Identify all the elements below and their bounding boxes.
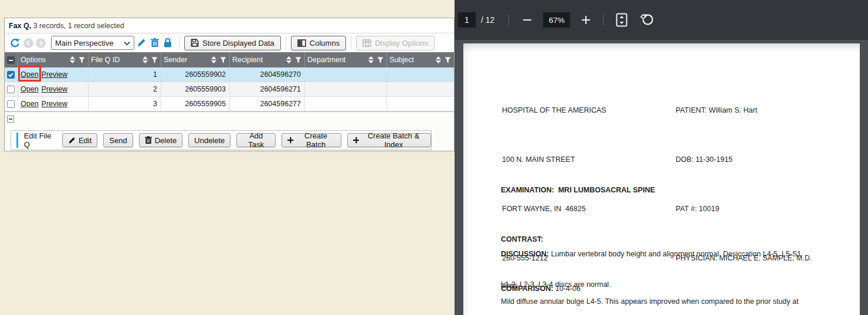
recipient-cell: 2604596271 (229, 82, 304, 96)
columns-label: Columns (310, 39, 340, 48)
sort-icon[interactable] (368, 56, 374, 63)
recipient-cell: 2604596270 (229, 67, 304, 82)
delete-button[interactable]: Delete (139, 133, 183, 147)
file-q-id-cell: 2 (88, 82, 161, 96)
toolbar-divider (351, 36, 351, 50)
edit-file-q-bar: Edit File Q Edit Send Delete Undelete (11, 130, 432, 150)
filter-icon[interactable] (377, 57, 384, 63)
sender-cell: 2605559902 (161, 67, 229, 82)
send-button-label: Send (109, 136, 127, 145)
sort-icon[interactable] (211, 56, 216, 63)
delete-button-label: Delete (155, 136, 177, 145)
row-checkbox[interactable] (7, 100, 15, 108)
fax-q-panel: Fax Q, 3 records, 1 record selected Main… (0, 0, 455, 315)
fit-page-icon (616, 13, 628, 27)
doc-line: Mild diffuse annular bulge L4-5. This ap… (501, 296, 818, 307)
plus-icon (353, 137, 359, 144)
open-link[interactable]: Open (21, 100, 39, 108)
sort-icon[interactable] (436, 56, 441, 63)
create-batch-index-button[interactable]: Create Batch & Index (347, 133, 431, 147)
header-cell-file-q-id: File Q ID (88, 52, 161, 67)
column-label: Options (21, 56, 46, 64)
record-count-text: 3 records, 1 record selected (31, 22, 124, 30)
preview-link[interactable]: Preview (42, 100, 67, 108)
next-record-button[interactable] (36, 38, 46, 48)
header-cell-sender: Sender (161, 52, 229, 67)
sort-icon[interactable] (286, 56, 291, 63)
delete-perspective-icon[interactable] (148, 37, 161, 49)
sort-icon[interactable] (70, 56, 75, 63)
lock-perspective-icon[interactable] (161, 37, 174, 49)
filter-icon[interactable] (79, 57, 85, 63)
filter-icon[interactable] (220, 57, 226, 63)
row-select-cell (5, 97, 18, 111)
open-link[interactable]: Open (21, 85, 39, 93)
add-task-button[interactable]: Add Task (236, 133, 276, 147)
doc-line: EXAMINATION: MRI LUMBOSACRAL SPINE (501, 182, 728, 198)
panel-title-bar: Fax Q, 3 records, 1 record selected (5, 18, 454, 33)
fit-to-page-button[interactable] (615, 13, 628, 27)
undelete-button[interactable]: Undelete (188, 133, 230, 147)
create-batch-button[interactable]: Create Batch (282, 133, 341, 147)
rotate-button[interactable] (640, 13, 654, 27)
select-all-checkbox[interactable] (7, 56, 15, 64)
table-row: OpenPreview 2 2605559903 2604596271 (5, 82, 454, 97)
filter-icon[interactable] (295, 57, 301, 63)
previous-record-button[interactable] (23, 38, 33, 48)
pdf-viewer-panel: 1 / 12 67% HOSPITAL OF THE AMERICAS 100 … (455, 0, 868, 315)
table-row: OpenPreview 1 2605559902 2604596270 (5, 67, 454, 82)
pdf-page: HOSPITAL OF THE AMERICAS 100 N. MAIN STR… (463, 43, 860, 315)
department-cell (304, 97, 386, 111)
subject-cell (386, 67, 454, 82)
accent-bar (16, 133, 18, 148)
collapse-icon[interactable] (7, 116, 14, 123)
file-q-id-cell: 1 (88, 67, 161, 82)
create-batch-index-label: Create Batch & Index (362, 131, 425, 149)
rotate-icon (640, 13, 654, 27)
plus-icon (287, 137, 293, 144)
filter-icon[interactable] (445, 57, 451, 63)
send-button[interactable]: Send (103, 133, 133, 147)
edit-bar-label: Edit File Q (24, 131, 55, 149)
exam-label: EXAMINATION: (501, 186, 554, 194)
preview-link[interactable]: Preview (42, 85, 67, 93)
perspective-select[interactable]: Main Perspective (51, 36, 134, 50)
zoom-out-button[interactable] (522, 15, 533, 25)
row-checkbox[interactable] (7, 71, 15, 79)
pdf-toolbar: 1 / 12 67% (455, 0, 868, 40)
column-label: Recipient (232, 56, 263, 64)
header-cell-department: Department (304, 52, 386, 67)
store-displayed-data-button[interactable]: Store Displayed Data (184, 36, 281, 50)
subject-cell (386, 82, 454, 96)
chevron-down-icon (124, 39, 130, 48)
open-link[interactable]: Open (21, 70, 39, 79)
columns-button[interactable]: Columns (291, 36, 346, 50)
zoom-level-input[interactable]: 67% (543, 12, 570, 28)
panel-title: Fax Q, (9, 22, 31, 30)
column-label: Subject (389, 56, 414, 64)
add-task-button-label: Add Task (242, 131, 270, 149)
row-select-cell (5, 67, 18, 82)
page-number-input[interactable]: 1 (458, 12, 476, 28)
doc-line: HOSPITAL OF THE AMERICAS (502, 102, 606, 118)
edit-button[interactable]: Edit (62, 133, 97, 147)
header-cell-options: Options (18, 52, 88, 67)
toolbar-divider (603, 14, 603, 26)
filter-icon[interactable] (151, 57, 158, 63)
zoom-in-button[interactable] (581, 15, 591, 25)
store-displayed-data-label: Store Displayed Data (202, 39, 274, 48)
edit-perspective-icon[interactable] (134, 37, 148, 49)
table-footer-section: Edit File Q Edit Send Delete Undelete (5, 111, 454, 151)
row-select-cell (5, 82, 18, 96)
sort-icon[interactable] (143, 56, 148, 63)
preview-link[interactable]: Preview (42, 70, 67, 79)
table-row: OpenPreview 3 2605559905 2604596277 (5, 97, 454, 111)
minus-icon (523, 16, 531, 24)
display-options-label: Display Options (375, 39, 428, 48)
perspective-value: Main Perspective (55, 39, 114, 48)
row-checkbox[interactable] (7, 86, 15, 93)
display-options-button[interactable]: Display Options (356, 36, 435, 50)
discussion-label: DISCUSSION: (501, 250, 549, 258)
subject-cell (386, 97, 454, 111)
refresh-icon[interactable] (8, 36, 21, 49)
